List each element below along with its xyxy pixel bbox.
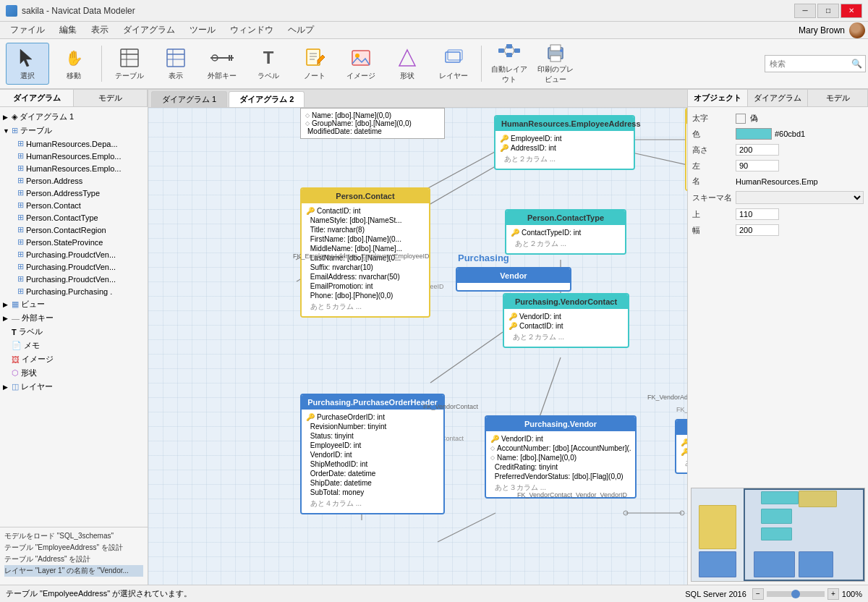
prop-color-swatch[interactable] — [736, 128, 772, 140]
tool-fk[interactable]: 外部キー — [200, 43, 244, 85]
tree-fk[interactable]: ▶ — 外部キー — [0, 311, 148, 325]
node-person-address-body: 🔑AddressID: int ◇AddressLine1: nvarchar(… — [686, 124, 687, 190]
menu-view[interactable]: 表示 — [84, 22, 116, 38]
tree-diagram1[interactable]: ▶ ◈ ダイアグラム 1 — [0, 110, 148, 124]
maximize-button[interactable]: □ — [817, 4, 839, 18]
menu-help[interactable]: ヘルプ — [281, 22, 321, 38]
tool-shape[interactable]: 形状 — [386, 43, 429, 85]
tree-person-addresstype[interactable]: ⊞ Person.AddressType — [0, 187, 148, 199]
expand-icon[interactable] — [3, 328, 10, 336]
search-input[interactable] — [765, 55, 866, 72]
tool-fk-label: 外部キー — [208, 71, 237, 81]
tree-person-address[interactable]: ⊞ Person.Address — [0, 174, 148, 187]
zoom-out-button[interactable]: − — [752, 588, 764, 600]
svg-point-34 — [560, 49, 563, 52]
menu-edit[interactable]: 編集 — [52, 22, 84, 38]
prop-height-input[interactable] — [736, 144, 779, 156]
tree-person-contactregion[interactable]: ⊞ Person.ContactRegion — [0, 224, 148, 236]
avatar — [849, 22, 865, 38]
prop-left-input[interactable] — [736, 160, 779, 171]
tool-layer[interactable]: レイヤー — [432, 43, 475, 85]
prop-width-input[interactable] — [736, 224, 779, 236]
tool-table[interactable]: テーブル — [108, 43, 151, 85]
prop-top-input[interactable] — [736, 208, 779, 220]
node-purchase-order[interactable]: Purchasing.PurchaseOrderHeader 🔑Purchase… — [300, 394, 445, 514]
prop-schema-select[interactable] — [736, 191, 864, 204]
expand-icon[interactable] — [3, 370, 10, 377]
node-vendor[interactable]: Purchasing.Vendor 🔑VendorID: int ◇Accoun… — [485, 415, 637, 499]
node-vendor-contact[interactable]: Purchasing.VendorContact 🔑VendorID: int … — [503, 293, 629, 348]
node-person-contacttype[interactable]: Person.ContactType 🔑ContactTypeID: int あ… — [505, 209, 626, 255]
tree-view[interactable]: ▶ ▦ ビュー — [0, 297, 148, 311]
menu-window[interactable]: ウィンドウ — [223, 22, 281, 38]
node-person-address[interactable]: Person.Address 🔑AddressID: int ◇AddressL… — [685, 108, 687, 191]
tree-purchasing-proudct2[interactable]: ⊞ Purchasing.ProudctVen... — [0, 260, 148, 273]
expand-icon[interactable]: ▶ — [3, 301, 10, 308]
tree-hr-emplo2[interactable]: ⊞ HumanResources.Emplo... — [0, 162, 148, 174]
tool-select[interactable]: 選択 — [6, 43, 49, 85]
tree-person-stateprovince[interactable]: ⊞ Person.StateProvince — [0, 236, 148, 248]
tree-purchasing-proudct3[interactable]: ⊞ Purchasing.ProudctVen... — [0, 273, 148, 285]
tool-move[interactable]: ✋ 移動 — [52, 43, 95, 85]
tool-auto-layout[interactable]: 自動レイアウト — [488, 43, 531, 85]
tree-image[interactable]: 🖼 イメージ — [0, 352, 148, 366]
close-button[interactable]: ✕ — [841, 4, 862, 18]
node-vendor-small[interactable]: Vendor — [456, 267, 571, 292]
db-type: SQL Server 2016 — [685, 590, 746, 598]
tree-layer[interactable]: ▶ ◫ レイヤー — [0, 380, 148, 394]
tree-label[interactable]: T ラベル — [0, 325, 148, 339]
node-vendor-address[interactable]: Purchasing.VendorAddress 🔑VendorID: int … — [675, 419, 687, 474]
tree-table-group[interactable]: ▼ ⊞ テーブル — [0, 124, 148, 137]
node-person-contact-header: Person.Contact — [302, 189, 429, 203]
tree-purchasing-proudct1[interactable]: ⊞ Purchasing.ProudctVen... — [0, 248, 148, 260]
tool-note[interactable]: ノート — [293, 43, 336, 85]
zoom-area: − + 100% — [752, 588, 862, 600]
tab-diagram[interactable]: ダイアグラム — [0, 90, 74, 106]
prop-bold-checkbox[interactable] — [736, 114, 746, 124]
user-area: Mary Brown — [799, 22, 865, 38]
tool-image[interactable]: イメージ — [339, 43, 383, 85]
tree-memo[interactable]: 📄 メモ — [0, 339, 148, 352]
menu-file[interactable]: ファイル — [3, 22, 52, 38]
zoom-slider-thumb[interactable] — [791, 590, 800, 598]
canvas-tab-2[interactable]: ダイアグラム 2 — [229, 91, 305, 107]
expand-icon[interactable] — [3, 356, 10, 363]
expand-icon[interactable] — [3, 342, 10, 349]
mini-map[interactable] — [691, 488, 865, 582]
menu-diagram[interactable]: ダイアグラム — [116, 22, 182, 38]
tool-table-label: テーブル — [115, 71, 144, 81]
tree-shape[interactable]: ⬡ 形状 — [0, 366, 148, 380]
prop-left-label: 左 — [692, 161, 736, 171]
menu-tools[interactable]: ツール — [182, 22, 223, 38]
tab-model-props[interactable]: モデル — [808, 90, 868, 106]
tool-view[interactable]: 表示 — [154, 43, 197, 85]
tree-person-contact[interactable]: ⊞ Person.Contact — [0, 199, 148, 211]
prop-bold-value: 偽 — [750, 113, 758, 124]
tab-model[interactable]: モデル — [74, 90, 148, 106]
tree-hr-depa[interactable]: ⊞ HumanResources.Depa... — [0, 137, 148, 150]
tree-purchasing-purchasing[interactable]: ⊞ Purchasing.Purchasing . — [0, 285, 148, 297]
zoom-slider[interactable] — [767, 591, 825, 597]
tree-hr-emplo1[interactable]: ⊞ HumanResources.Emplo... — [0, 150, 148, 162]
expand-icon[interactable]: ▶ — [3, 114, 10, 121]
node-person-contacttype-body: 🔑ContactTypeID: int あと２カラム ... — [506, 225, 625, 253]
tab-diagram-props[interactable]: ダイアグラム — [748, 90, 808, 106]
tool-print-preview[interactable]: 印刷のプレビュー — [534, 43, 577, 85]
shape-icon — [396, 46, 419, 69]
prop-color-value: #60cbd1 — [775, 130, 805, 138]
node-employee-address[interactable]: HumanResources.EmployeeAddress 🔑Employee… — [494, 115, 635, 170]
diagram-icon: ◈ — [12, 112, 17, 122]
zoom-in-button[interactable]: + — [827, 588, 839, 600]
expand-icon[interactable]: ▼ — [3, 127, 10, 135]
layer-icon — [442, 46, 465, 69]
fk-label-employee-address: FK_EmployeeAddress_Employee_EmployeeID — [293, 253, 430, 260]
tab-object[interactable]: オブジェクト — [688, 90, 748, 106]
expand-icon[interactable]: ▶ — [3, 315, 10, 322]
expand-icon[interactable]: ▶ — [3, 383, 10, 391]
tool-label[interactable]: T ラベル — [247, 43, 290, 85]
tree-person-contacttype[interactable]: ⊞ Person.ContactType — [0, 211, 148, 224]
canvas-tab-1[interactable]: ダイアグラム 1 — [151, 91, 227, 107]
canvas[interactable]: FK_EmployeeAddress_Employee_EmployeeID F… — [148, 108, 687, 585]
label-icon: T — [12, 328, 17, 336]
minimize-button[interactable]: ─ — [794, 4, 816, 18]
